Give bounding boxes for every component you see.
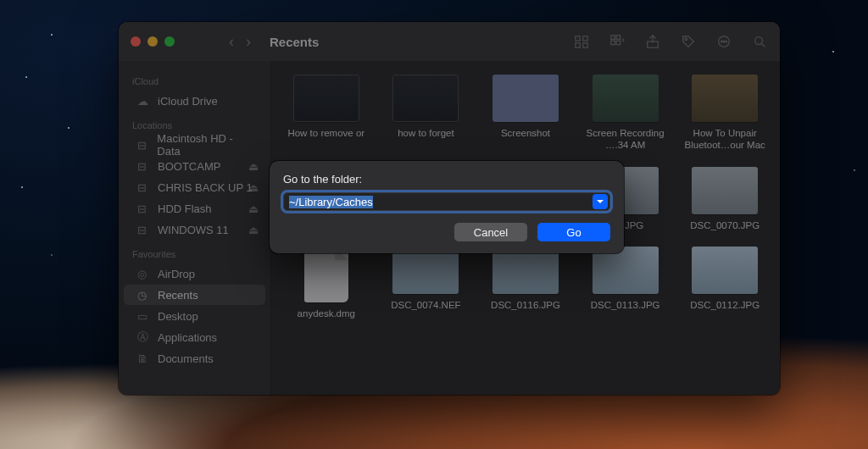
file-thumbnail [304, 247, 348, 302]
star-icon [832, 51, 834, 53]
file-item[interactable]: Screenshot [481, 75, 570, 152]
search-button[interactable] [751, 34, 768, 49]
dialog-button-row: Cancel Go [283, 223, 610, 241]
sidebar-item-label: CHRIS BACK UP 1 [158, 181, 253, 194]
eject-icon[interactable]: ⏏ [248, 181, 259, 194]
svg-rect-1 [583, 36, 587, 41]
folder-path-combobox[interactable] [283, 192, 610, 211]
star-icon [21, 186, 23, 188]
file-thumbnail [293, 75, 359, 122]
file-item[interactable]: DSC_0070.JPG [680, 167, 770, 231]
svg-rect-4 [611, 36, 615, 40]
file-thumbnail [692, 247, 758, 294]
airdrop-icon: ◎ [137, 268, 151, 280]
file-name: How To Unpair Bluetoot…our Mac [685, 127, 765, 152]
svg-rect-3 [583, 43, 587, 47]
file-item[interactable]: DSC_0113.JPG [581, 247, 670, 319]
drive-icon: ⊟ [137, 202, 151, 215]
file-item[interactable]: how to forget [381, 75, 471, 152]
drive-icon: ⊟ [137, 224, 151, 236]
nav-arrows: ‹ › [229, 33, 251, 51]
toolbar-right [573, 34, 768, 49]
sidebar-section-label: Favourites [119, 241, 270, 263]
sidebar-item-windows-11[interactable]: ⊟ WINDOWS 11 ⏏ [124, 219, 265, 240]
file-thumbnail [392, 247, 459, 294]
group-by-button[interactable] [609, 34, 626, 49]
file-name: Screenshot [501, 127, 550, 139]
file-name: DSC_0074.NEF [391, 299, 460, 311]
file-name: how to forget [398, 127, 453, 139]
star-icon [51, 34, 53, 36]
sidebar-item-recents[interactable]: ◷ Recents [124, 285, 265, 305]
eject-icon[interactable]: ⏏ [248, 224, 259, 236]
sidebar-section-label: Locations [119, 112, 270, 134]
sidebar-item-chris-backup[interactable]: ⊟ CHRIS BACK UP 1 ⏏ [124, 177, 265, 197]
cancel-button[interactable]: Cancel [454, 223, 527, 241]
desktop-icon: ▭ [137, 310, 151, 323]
back-button[interactable]: ‹ [229, 33, 234, 51]
file-item[interactable]: Screen Recording ….34 AM [581, 75, 670, 152]
file-name: DSC_0112.JPG [690, 299, 760, 311]
svg-point-14 [755, 37, 763, 45]
file-item[interactable]: DSC_0116.JPG [481, 247, 570, 319]
file-item[interactable]: How To Unpair Bluetoot…our Mac [680, 75, 770, 152]
share-button[interactable] [644, 34, 661, 49]
file-item[interactable]: DSC_0074.NEF [381, 247, 471, 319]
close-window-button[interactable] [131, 36, 141, 47]
view-grid-button[interactable] [573, 34, 590, 49]
window-title: Recents [270, 35, 319, 49]
star-icon [51, 254, 53, 256]
cloud-icon: ☁︎ [137, 95, 151, 108]
tags-button[interactable] [680, 34, 697, 49]
sidebar-item-desktop[interactable]: ▭ Desktop [124, 306, 265, 326]
svg-rect-6 [611, 41, 615, 45]
file-thumbnail [492, 247, 559, 294]
minimize-window-button[interactable] [147, 36, 158, 47]
sidebar-item-label: Documents [158, 352, 214, 365]
sidebar-item-label: Recents [158, 289, 198, 302]
sidebar-item-icloud-drive[interactable]: ☁︎ iCloud Drive [124, 91, 265, 111]
star-icon [68, 127, 70, 129]
sidebar-item-documents[interactable]: 🗎 Documents [124, 348, 265, 369]
dropdown-button[interactable] [593, 194, 608, 209]
file-item[interactable]: anydesk.dmg [281, 247, 371, 319]
sidebar-item-applications[interactable]: Ⓐ Applications [124, 327, 265, 347]
svg-rect-7 [616, 41, 620, 45]
file-name: DSC_0113.JPG [591, 299, 660, 311]
sidebar-item-label: Desktop [158, 310, 198, 323]
svg-rect-0 [576, 36, 580, 41]
go-button[interactable]: Go [537, 223, 610, 241]
file-thumbnail [692, 167, 758, 214]
star-icon [25, 76, 27, 78]
file-thumbnail [593, 247, 659, 294]
star-icon [854, 169, 855, 171]
file-item[interactable]: DSC_0112.JPG [680, 247, 770, 319]
sidebar-item-label: iCloud Drive [158, 95, 218, 108]
svg-rect-2 [576, 43, 580, 47]
clock-icon: ◷ [137, 289, 151, 302]
action-menu-button[interactable] [715, 34, 732, 49]
sidebar-item-macintosh-hd[interactable]: ⊟ Macintosh HD - Data [124, 135, 265, 155]
sidebar: iCloud ☁︎ iCloud Drive Locations ⊟ Macin… [119, 61, 271, 395]
file-thumbnail [593, 75, 659, 122]
svg-point-12 [723, 41, 725, 42]
sidebar-item-label: HDD Flash [158, 202, 212, 215]
svg-point-11 [721, 41, 722, 42]
svg-rect-5 [616, 36, 620, 40]
svg-point-9 [685, 38, 687, 41]
sidebar-item-bootcamp[interactable]: ⊟ BOOTCAMP ⏏ [124, 156, 265, 176]
fullscreen-window-button[interactable] [164, 36, 175, 47]
file-item[interactable]: How to remove or [281, 75, 371, 152]
sidebar-section-label: iCloud [119, 68, 270, 90]
sidebar-item-label: WINDOWS 11 [158, 224, 229, 236]
eject-icon[interactable]: ⏏ [248, 160, 259, 173]
folder-path-input[interactable] [284, 196, 593, 208]
sidebar-item-label: Macintosh HD - Data [157, 132, 255, 158]
drive-icon: ⊟ [137, 160, 151, 173]
sidebar-item-hdd-flash[interactable]: ⊟ HDD Flash ⏏ [124, 198, 265, 219]
forward-button[interactable]: › [246, 33, 251, 51]
file-name: How to remove or [287, 127, 364, 139]
sidebar-item-airdrop[interactable]: ◎ AirDrop [124, 263, 265, 284]
file-name: DSC_0116.JPG [491, 299, 560, 311]
eject-icon[interactable]: ⏏ [248, 202, 259, 215]
